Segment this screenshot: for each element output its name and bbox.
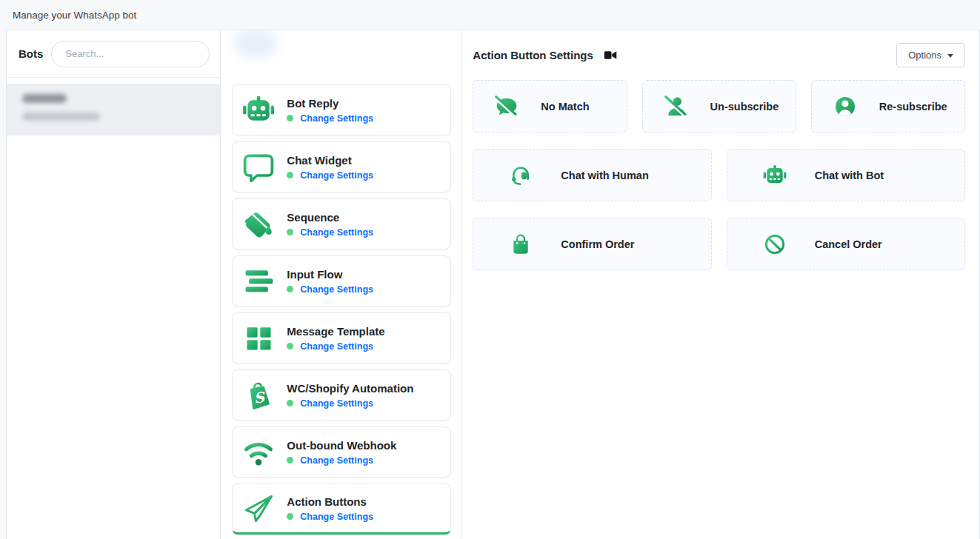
feature-title: Out-bound Webhook [287,439,396,452]
feature-title: WC/Shopify Automation [287,382,413,395]
status-dot-icon [287,343,293,349]
feature-title: Action Buttons [287,495,373,508]
status-dot-icon [287,286,293,292]
action-row-3: Confirm Order Cancel Order [473,218,965,270]
panel-header: Action Button Settings Options [473,30,965,80]
change-settings-link[interactable]: Change Settings [287,341,384,352]
change-settings-link[interactable]: Change Settings [287,284,373,295]
status-dot-icon [287,400,293,406]
blurred-avatar-blob [234,30,277,58]
status-dot-icon [287,229,293,235]
action-label: Chat with Bot [815,170,884,181]
action-button-settings-panel: Action Button Settings Options No Match [461,30,980,539]
user-circle-icon [833,95,857,118]
feature-card-outbound-webhook[interactable]: Out-bound Webhook Change Settings [232,426,451,478]
status-dot-icon [287,172,293,178]
action-button-cancel-order[interactable]: Cancel Order [727,218,965,270]
user-slash-icon [664,95,688,118]
action-row-1: No Match Un-subscribe [473,80,965,133]
feature-card-bot-reply[interactable]: Bot Reply Change Settings [232,84,451,135]
panel-title: Action Button Settings [473,49,593,61]
robot-icon [242,94,275,127]
action-button-confirm-order[interactable]: Confirm Order [473,218,711,270]
status-dot-icon [287,513,293,520]
status-dot-icon [287,457,293,463]
bots-title: Bots [19,47,43,60]
shopping-bag-icon [509,232,533,256]
action-label: Un-subscribe [710,101,779,113]
headset-icon [509,164,533,187]
bot-list-item[interactable] [7,84,220,135]
bots-sidebar-header: Bots [7,30,220,78]
feature-card-action-buttons[interactable]: Action Buttons Change Settings [232,483,451,535]
options-button[interactable]: Options [896,43,965,67]
change-settings-link[interactable]: Change Settings [287,227,373,238]
bot-name-redacted [22,94,67,103]
chevron-down-icon [947,54,953,58]
action-button-chat-with-human[interactable]: Chat with Human [473,149,711,201]
change-settings-link[interactable]: Change Settings [287,113,373,124]
feature-card-sequence[interactable]: Sequence Change Settings [232,198,451,250]
bot-search-input[interactable] [51,41,210,67]
bars-icon [242,265,275,298]
robot-icon [763,164,787,187]
change-settings-link[interactable]: Change Settings [287,398,413,409]
features-column: Bot Reply Change Settings Chat Widget Ch… [221,30,461,539]
bots-sidebar: Bots [6,30,221,539]
paper-plane-icon [242,492,275,525]
wifi-icon [242,436,275,469]
feature-title: Input Flow [287,268,373,281]
change-settings-link[interactable]: Change Settings [287,170,373,181]
video-camera-icon[interactable] [604,50,617,61]
action-button-chat-with-bot[interactable]: Chat with Bot [727,149,965,201]
ban-icon [763,232,787,256]
shopify-icon: S [242,379,275,412]
feature-card-input-flow[interactable]: Input Flow Change Settings [232,255,451,307]
feature-card-message-template[interactable]: Message Template Change Settings [232,312,451,364]
fill-drip-icon [242,208,275,241]
change-settings-link[interactable]: Change Settings [287,455,396,466]
topbar: Manage your WhatsApp bot [0,0,980,30]
action-button-no-match[interactable]: No Match [473,80,627,133]
feature-title: Bot Reply [287,97,373,110]
feature-card-chat-widget[interactable]: Chat Widget Change Settings [232,141,451,192]
action-button-re-subscribe[interactable]: Re-subscribe [811,80,965,133]
action-label: No Match [541,101,589,113]
action-label: Chat with Human [561,170,648,181]
feature-title: Sequence [287,211,373,224]
action-button-un-subscribe[interactable]: Un-subscribe [642,80,796,133]
grid-icon [242,322,275,355]
bot-phone-redacted [22,113,100,121]
page-title: Manage your WhatsApp bot [13,10,136,21]
app-shell: Bots Bot Reply [6,30,980,539]
comment-slash-icon [495,95,519,118]
status-dot-icon [287,115,293,121]
feature-card-shopify-automation[interactable]: S WC/Shopify Automation Change Settings [232,369,451,421]
feature-title: Chat Widget [287,154,373,167]
action-label: Cancel Order [815,238,882,250]
action-row-2: Chat with Human Chat with Bot [473,149,965,201]
comment-icon [242,151,275,184]
feature-title: Message Template [287,325,384,338]
action-label: Re-subscribe [879,101,947,113]
change-settings-link[interactable]: Change Settings [287,512,373,522]
action-label: Confirm Order [561,238,634,250]
